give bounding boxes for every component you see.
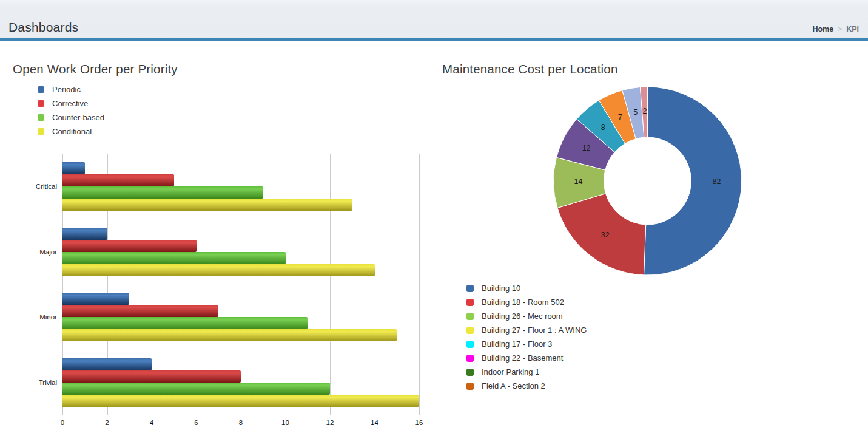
breadcrumb-current: KPI <box>846 25 859 33</box>
legend-swatch-icon <box>38 100 44 107</box>
legend-item-building-26-mec-room[interactable]: Building 26 - Mec room <box>466 309 587 323</box>
legend-item-building-22-basement[interactable]: Building 22 - Basement <box>466 351 587 365</box>
bar-major-corrective[interactable] <box>62 240 197 252</box>
bar-trivial-corrective[interactable] <box>62 370 241 383</box>
legend-item-conditional[interactable]: Conditional <box>38 124 104 138</box>
legend-swatch-icon <box>38 114 44 121</box>
x-tick-label: 4 <box>150 419 153 426</box>
bar-plot-area: 0246810121416CriticalMajorMinorTrivial <box>62 154 419 415</box>
bar-minor-conditional[interactable] <box>62 329 397 341</box>
category-label-minor: Minor <box>39 313 57 321</box>
legend-label: Corrective <box>52 99 88 108</box>
donut-value-label: 5 <box>633 108 638 117</box>
donut-value-label: 12 <box>582 144 591 152</box>
breadcrumb-home-link[interactable]: Home <box>812 25 833 33</box>
legend-item-field-a-section-2[interactable]: Field A - Section 2 <box>466 379 587 393</box>
bar-minor-corrective[interactable] <box>62 305 218 317</box>
legend-label: Building 22 - Basement <box>482 353 563 363</box>
donut-chart: 823214128752 <box>544 77 752 285</box>
legend-swatch-icon <box>38 128 44 135</box>
donut-value-label: 8 <box>601 123 605 132</box>
donut-value-label: 32 <box>601 231 610 239</box>
legend-item-counter-based[interactable]: Counter-based <box>38 111 104 124</box>
legend-item-building-18-room-502[interactable]: Building 18 - Room 502 <box>466 295 587 309</box>
legend-item-corrective[interactable]: Corrective <box>38 97 104 111</box>
legend-label: Field A - Section 2 <box>482 381 545 390</box>
legend-swatch-icon <box>466 355 474 362</box>
bar-critical-corrective[interactable] <box>62 174 174 186</box>
breadcrumb: Home > KPI <box>812 25 859 33</box>
legend-label: Building 17 - Floor 3 <box>482 339 552 349</box>
gridline <box>330 154 331 415</box>
bar-critical-conditional[interactable] <box>62 199 352 211</box>
bar-major-conditional[interactable] <box>62 264 375 276</box>
bar-chart-legend: PeriodicCorrectiveCounter-basedCondition… <box>38 83 104 138</box>
legend-item-building-17-floor-3[interactable]: Building 17 - Floor 3 <box>466 337 587 351</box>
x-tick-label: 0 <box>61 419 64 426</box>
bar-trivial-periodic[interactable] <box>62 358 152 370</box>
donut-slice-building-10[interactable] <box>644 87 741 275</box>
bar-minor-counter-based[interactable] <box>62 317 308 329</box>
x-tick-label: 16 <box>415 419 423 426</box>
bar-minor-periodic[interactable] <box>62 293 129 305</box>
x-tick-label: 2 <box>105 419 109 426</box>
legend-swatch-icon <box>466 313 474 320</box>
legend-item-building-10[interactable]: Building 10 <box>466 281 587 295</box>
gridline <box>419 154 420 415</box>
bar-major-periodic[interactable] <box>62 228 107 240</box>
donut-chart-title: Maintenance Cost per Location <box>442 62 618 77</box>
legend-swatch-icon <box>466 299 474 306</box>
legend-item-periodic[interactable]: Periodic <box>38 83 104 97</box>
legend-label: Periodic <box>52 85 81 94</box>
category-label-major: Major <box>39 248 57 256</box>
x-tick-label: 8 <box>239 419 243 426</box>
legend-label: Conditional <box>52 127 92 136</box>
bar-trivial-counter-based[interactable] <box>62 383 330 395</box>
x-tick-label: 10 <box>281 419 289 426</box>
legend-item-building-27-floor-1-a-wing[interactable]: Building 27 - Floor 1 : A WING <box>466 323 587 337</box>
donut-value-label: 7 <box>618 113 622 121</box>
gridline <box>375 154 375 415</box>
legend-label: Building 27 - Floor 1 : A WING <box>482 325 587 335</box>
bar-critical-periodic[interactable] <box>62 162 85 174</box>
legend-swatch-icon <box>466 369 474 376</box>
legend-swatch-icon <box>466 383 474 390</box>
donut-value-label: 14 <box>574 177 583 186</box>
bar-major-counter-based[interactable] <box>62 252 286 264</box>
header: Dashboards Home > KPI <box>0 0 868 41</box>
x-tick-label: 12 <box>326 419 334 426</box>
legend-swatch-icon <box>466 285 474 292</box>
legend-swatch-icon <box>466 341 474 348</box>
donut-value-label: 2 <box>643 107 647 115</box>
page-title: Dashboards <box>8 20 78 35</box>
donut-value-label: 82 <box>713 177 721 186</box>
breadcrumb-separator-icon: > <box>838 25 842 33</box>
legend-label: Building 26 - Mec room <box>482 312 563 321</box>
category-label-trivial: Trivial <box>39 379 57 386</box>
x-tick-label: 6 <box>194 419 198 426</box>
legend-item-indoor-parking-1[interactable]: Indoor Parking 1 <box>466 365 587 379</box>
donut-chart-legend: Building 10Building 18 - Room 502Buildin… <box>466 281 587 393</box>
gridline <box>286 154 286 415</box>
legend-label: Counter-based <box>52 113 104 122</box>
bar-trivial-conditional[interactable] <box>62 395 419 407</box>
legend-swatch-icon <box>38 86 44 93</box>
bar-critical-counter-based[interactable] <box>62 186 263 199</box>
legend-swatch-icon <box>466 327 474 334</box>
legend-label: Building 10 <box>482 284 520 293</box>
legend-label: Building 18 - Room 502 <box>482 298 564 307</box>
bar-chart-title: Open Work Order per Priority <box>13 62 178 77</box>
legend-label: Indoor Parking 1 <box>482 367 539 376</box>
category-label-critical: Critical <box>36 183 57 190</box>
x-tick-label: 14 <box>371 419 378 426</box>
